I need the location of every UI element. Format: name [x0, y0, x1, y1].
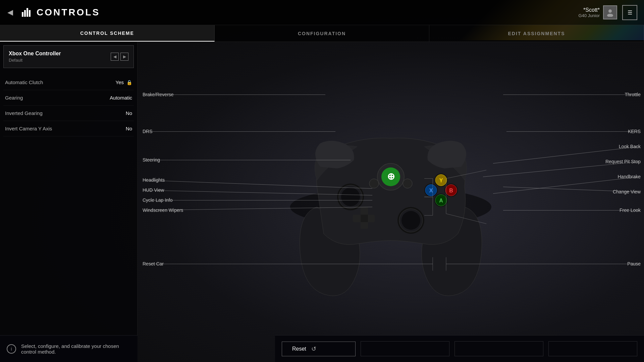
label-headlights: Headlights: [143, 177, 165, 183]
info-icon: i: [7, 344, 16, 354]
svg-point-1: [607, 14, 613, 17]
label-steering: Steering: [143, 157, 160, 163]
svg-point-9: [397, 207, 424, 234]
svg-point-16: [403, 179, 412, 188]
info-bar: i Select, configure, and calibrate your …: [0, 335, 138, 362]
svg-point-0: [608, 9, 612, 13]
svg-text:A: A: [439, 198, 443, 203]
empty-btn-2: [454, 341, 543, 356]
empty-btn-1: [361, 341, 449, 356]
setting-inverted-gearing[interactable]: Inverted Gearing No: [3, 106, 134, 121]
svg-point-8: [341, 188, 360, 206]
label-kers: KERS: [628, 129, 641, 134]
avatar: [603, 5, 617, 19]
top-right-area: *Scott* G40 Junior ☰: [578, 5, 637, 20]
menu-icon: ☰: [628, 9, 632, 16]
setting-value-gearing: Automatic: [110, 95, 132, 101]
main-area: ⊕ Y X: [138, 42, 644, 362]
setting-gearing[interactable]: Gearing Automatic: [3, 90, 134, 106]
svg-line-35: [144, 207, 372, 210]
svg-point-27: [435, 195, 447, 206]
back-button[interactable]: ◀: [0, 0, 20, 25]
lock-icon: 🔒: [126, 80, 132, 85]
scheme-name: Xbox One Controller: [9, 51, 61, 57]
page-title: CONTROLS: [37, 7, 100, 18]
label-cycle-lap: Cycle Lap Info: [143, 197, 173, 203]
svg-rect-14: [361, 215, 368, 222]
label-brake: Brake/Reverse: [143, 92, 174, 97]
svg-point-6: [337, 184, 364, 210]
setting-label-gearing: Gearing: [5, 95, 23, 101]
setting-automatic-clutch[interactable]: Automatic Clutch Yes 🔒: [3, 75, 134, 90]
reset-button[interactable]: Reset ↺: [282, 342, 356, 356]
scheme-info: Xbox One Controller Default: [9, 51, 61, 63]
label-change-view: Change View: [613, 189, 641, 194]
svg-text:B: B: [449, 188, 453, 193]
label-reset-car: Reset Car: [143, 261, 164, 266]
label-look-back: Look Back: [619, 144, 641, 149]
menu-button[interactable]: ☰: [622, 5, 637, 20]
svg-point-4: [381, 168, 400, 186]
label-wipers: Windscreen Wipers: [143, 207, 183, 213]
svg-point-3: [377, 164, 404, 190]
controller-visualization: ⊕ Y X: [138, 42, 644, 335]
svg-line-46: [503, 187, 639, 192]
setting-value-inv-gearing: No: [126, 110, 132, 116]
prev-scheme-button[interactable]: ◀: [111, 53, 119, 61]
sidebar: Xbox One Controller Default ◀ ▶ Automati…: [0, 42, 138, 362]
back-icon: ◀: [7, 8, 13, 17]
title-logo: CONTROLS: [20, 7, 100, 18]
reset-icon: ↺: [311, 345, 316, 353]
svg-rect-13: [353, 215, 375, 222]
empty-btn-3: [548, 341, 637, 356]
svg-line-45: [493, 177, 639, 194]
label-pause: Pause: [627, 261, 641, 266]
user-info: *Scott* G40 Junior: [578, 5, 617, 19]
setting-value-camera: No: [126, 126, 132, 131]
label-throttle: Throttle: [625, 92, 641, 97]
svg-line-32: [144, 180, 372, 189]
setting-label-clutch: Automatic Clutch: [5, 79, 43, 85]
scheme-arrows: ◀ ▶: [111, 53, 128, 61]
setting-value-clutch: Yes 🔒: [116, 79, 132, 85]
svg-text:X: X: [429, 188, 433, 193]
label-hud-view: HUD View: [143, 187, 164, 193]
svg-point-21: [425, 185, 437, 196]
svg-point-15: [369, 179, 379, 188]
label-pit-stop: Request Pit Stop: [605, 159, 641, 164]
svg-line-33: [144, 190, 372, 195]
svg-text:⊕: ⊕: [387, 171, 395, 182]
svg-point-20: [424, 184, 438, 197]
svg-line-51: [446, 214, 486, 224]
info-text: Select, configure, and calibrate your ch…: [21, 343, 131, 355]
svg-point-23: [444, 184, 458, 197]
user-rank: G40 Junior: [578, 13, 600, 18]
svg-point-18: [435, 175, 447, 186]
svg-point-24: [445, 185, 457, 196]
svg-point-11: [401, 211, 420, 230]
top-bar: ◀ CONTROLS *Scott* G40 Junior ☰: [0, 0, 644, 25]
tab-configuration[interactable]: CONFIGURATION: [215, 25, 429, 42]
svg-point-10: [399, 209, 423, 232]
tab-control-scheme[interactable]: CONTROL SCHEME: [0, 25, 215, 42]
label-free-look: Free Look: [620, 207, 641, 213]
svg-point-2: [290, 187, 491, 227]
setting-label-inv-gearing: Inverted Gearing: [5, 110, 43, 116]
svg-point-7: [339, 185, 362, 209]
scheme-sub: Default: [9, 58, 61, 63]
svg-point-17: [434, 174, 448, 187]
svg-line-43: [493, 147, 639, 164]
setting-invert-camera[interactable]: Invert Camera Y Axis No: [3, 121, 134, 136]
tab-edit-assignments[interactable]: EDIT ASSIGNMENTS: [429, 25, 644, 42]
next-scheme-button[interactable]: ▶: [120, 53, 128, 61]
label-handbrake: Handbrake: [618, 174, 641, 179]
bottom-bar: Reset ↺: [275, 335, 644, 362]
svg-rect-12: [361, 207, 368, 229]
reset-label: Reset: [292, 346, 306, 352]
tab-bar: CONTROL SCHEME CONFIGURATION EDIT ASSIGN…: [0, 25, 644, 42]
svg-point-26: [434, 194, 448, 207]
svg-line-50: [446, 170, 486, 179]
label-drs: DRS: [143, 129, 153, 134]
control-scheme-selector[interactable]: Xbox One Controller Default ◀ ▶: [3, 45, 134, 68]
setting-label-camera: Invert Camera Y Axis: [5, 126, 52, 131]
